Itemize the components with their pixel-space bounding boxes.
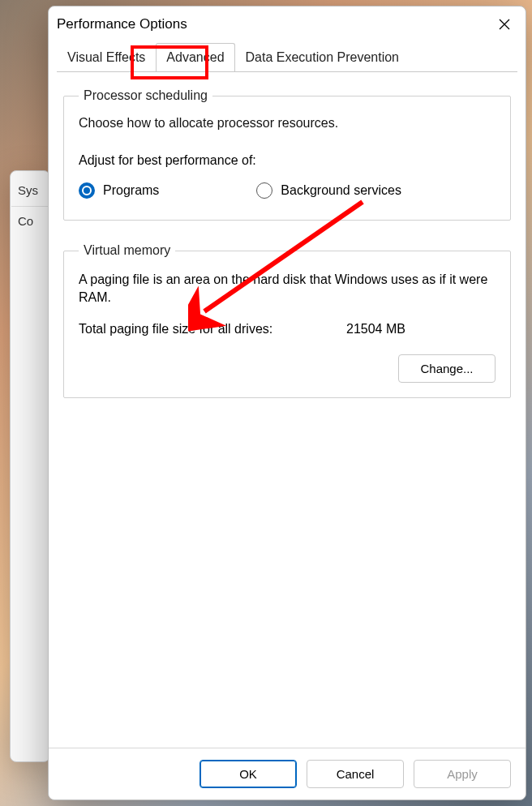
background-label: Sys — [18, 183, 38, 197]
vm-total-row: Total paging file size for all drives: 2… — [79, 322, 496, 337]
radio-programs-label: Programs — [103, 183, 159, 198]
virtual-memory-group: Virtual memory A paging file is an area … — [63, 243, 511, 398]
processor-desc: Choose how to allocate processor resourc… — [79, 116, 496, 131]
performance-options-dialog: Performance Options Visual Effects Advan… — [48, 6, 526, 800]
radio-background-services[interactable]: Background services — [256, 182, 401, 199]
vm-total-label: Total paging file size for all drives: — [79, 322, 346, 337]
background-window — [10, 170, 50, 762]
tab-visual-effects[interactable]: Visual Effects — [57, 43, 156, 72]
background-label: Co — [18, 214, 33, 228]
apply-button[interactable]: Apply — [414, 760, 511, 788]
dialog-footer: OK Cancel Apply — [49, 748, 526, 800]
radio-icon — [256, 182, 272, 199]
virtual-memory-legend: Virtual memory — [79, 243, 175, 258]
processor-scheduling-group: Processor scheduling Choose how to alloc… — [63, 88, 511, 221]
vm-total-value: 21504 MB — [346, 322, 405, 337]
radio-icon — [79, 182, 95, 199]
vm-description: A paging file is an area on the hard dis… — [79, 271, 496, 307]
tab-advanced[interactable]: Advanced — [156, 43, 234, 72]
ok-button[interactable]: OK — [200, 760, 297, 788]
adjust-label: Adjust for best performance of: — [79, 153, 496, 168]
processor-scheduling-legend: Processor scheduling — [79, 88, 212, 103]
close-icon — [498, 18, 511, 31]
tab-bar: Visual Effects Advanced Data Execution P… — [49, 42, 526, 71]
close-button[interactable] — [495, 15, 514, 34]
radio-programs[interactable]: Programs — [79, 182, 159, 199]
titlebar: Performance Options — [49, 6, 526, 42]
tab-content: Processor scheduling Choose how to alloc… — [57, 71, 517, 748]
radio-row: Programs Background services — [79, 182, 496, 205]
dialog-title: Performance Options — [57, 16, 187, 32]
tab-dep[interactable]: Data Execution Prevention — [235, 43, 410, 72]
cancel-button[interactable]: Cancel — [307, 760, 404, 788]
radio-services-label: Background services — [281, 183, 401, 198]
change-button[interactable]: Change... — [398, 354, 496, 383]
background-divider — [11, 206, 52, 207]
